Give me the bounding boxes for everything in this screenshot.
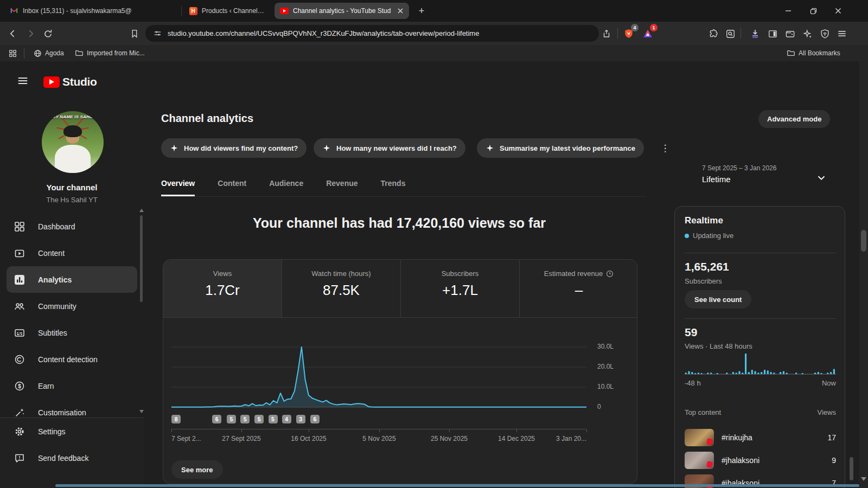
content-scrollbar-thumb[interactable] [850, 457, 853, 480]
sidebar-scroll-down-icon[interactable] [139, 410, 144, 413]
publish-count-badge[interactable]: 5 [269, 415, 278, 423]
sidebar-item-content-detection[interactable]: Content detection [0, 346, 144, 373]
browser-menu-icon[interactable] [834, 26, 850, 41]
window-minimize-button[interactable] [776, 0, 801, 22]
window-close-button[interactable] [826, 0, 851, 22]
video-thumbnail[interactable] [685, 452, 714, 469]
sidebar-item-analytics[interactable]: Analytics [7, 266, 137, 293]
share-icon[interactable] [599, 26, 614, 41]
url-text[interactable]: studio.youtube.com/channel/UCSvvqBPQVhNX… [168, 29, 479, 37]
sidebar-item-subtitles[interactable]: Subtitles [0, 319, 144, 346]
sidebar-item-earn[interactable]: $ Earn [0, 373, 144, 399]
publish-count-badge[interactable]: 4 [282, 415, 291, 423]
see-more-button[interactable]: See more [171, 460, 223, 479]
sidebar-scrollbar-thumb[interactable] [140, 215, 143, 302]
tab-revenue[interactable]: Revenue [326, 179, 358, 196]
sidebar-item-label: Content [38, 249, 65, 258]
sidebar-scroll-up-icon[interactable] [139, 209, 144, 212]
tab-audience[interactable]: Audience [269, 179, 303, 196]
sidebar-item-settings[interactable]: Settings [0, 418, 144, 445]
avatar-caption: MY NAME IS SAHIL [42, 114, 104, 119]
channel-avatar[interactable]: MY NAME IS SAHIL [42, 111, 104, 173]
top-content-row[interactable]: #jhalaksoni 9 [685, 450, 836, 471]
x-axis-tick-label: 25 Nov 2025 [431, 435, 468, 442]
realtime-bar-chart[interactable] [685, 351, 836, 376]
metric-watch-time[interactable]: Watch time (hours) 87.5K [282, 260, 401, 317]
bookmark-folder-imported[interactable]: Imported from Mic... [72, 47, 148, 60]
metric-views[interactable]: Views 1.7Cr [163, 260, 282, 317]
metric-estimated-revenue[interactable]: Estimated revenue – [520, 260, 637, 317]
publish-count-badge[interactable]: 5 [240, 415, 250, 423]
realtime-card: Realtime Updating live 1,65,261 Subscrib… [674, 206, 845, 488]
reload-icon[interactable] [40, 26, 55, 41]
tab-content[interactable]: Content [218, 179, 246, 196]
url-bar[interactable]: studio.youtube.com/channel/UCSvvqBPQVhNX… [145, 25, 599, 42]
x-axis-tick [241, 429, 242, 432]
extensions-icon[interactable] [705, 26, 720, 41]
views-line-chart[interactable] [171, 344, 586, 410]
ai-chip-summarise-performance[interactable]: Summarise my latest video performance [477, 138, 644, 158]
browser-scrollbar-thumb[interactable] [861, 230, 866, 252]
sidebar-item-dashboard[interactable]: Dashboard [0, 213, 144, 240]
see-live-count-button[interactable]: See live count [685, 290, 751, 309]
x-axis-tick-label: 16 Oct 2025 [291, 435, 326, 442]
sidebar-item-community[interactable]: Community [0, 293, 144, 319]
wallet-icon[interactable] [782, 26, 797, 41]
forward-icon[interactable] [23, 26, 38, 41]
earn-dollar-icon: $ [14, 381, 25, 391]
bookmark-page-icon[interactable] [127, 26, 142, 41]
apps-grid-icon[interactable] [5, 47, 20, 60]
new-tab-button[interactable]: + [413, 3, 430, 19]
window-restore-button[interactable] [801, 0, 826, 22]
browser-tab-gmail[interactable]: Inbox (15,311) - sujalvishwakarma5@ [4, 3, 179, 19]
vpn-icon[interactable] [817, 26, 832, 41]
all-bookmarks-button[interactable]: All Bookmarks [783, 47, 844, 60]
browser-scrollbar-track[interactable] [859, 61, 868, 488]
site-settings-icon[interactable] [153, 29, 162, 38]
y-axis-tick-label: 20.0L [597, 363, 614, 370]
horizontal-scrollbar[interactable] [55, 484, 859, 487]
metric-subscribers[interactable]: Subscribers +1.7L [401, 260, 520, 317]
back-icon[interactable] [5, 26, 21, 41]
leo-ai-icon[interactable] [800, 26, 815, 41]
publish-count-badge[interactable]: 5 [227, 415, 236, 423]
brave-shields-icon[interactable]: 4 [621, 26, 636, 41]
publish-count-badge[interactable]: 6 [212, 415, 221, 423]
chips-overflow-kebab-icon[interactable]: ⋮ [659, 139, 671, 157]
chevron-down-icon[interactable] [815, 172, 827, 184]
tab-close-icon[interactable] [397, 8, 404, 14]
sidebar-item-label: Send feedback [38, 454, 88, 463]
ai-chip-how-found[interactable]: How did viewers find my content? [161, 138, 307, 158]
ai-chip-new-viewers[interactable]: How many new viewers did I reach? [314, 138, 465, 158]
downloads-icon[interactable] [748, 26, 763, 41]
studio-logo[interactable]: Studio [43, 75, 97, 88]
sidebar-item-send-feedback[interactable]: Send feedback [0, 445, 144, 471]
realtime-title: Realtime [685, 215, 723, 226]
video-thumbnail[interactable] [685, 429, 714, 446]
tab-overview[interactable]: Overview [161, 179, 195, 196]
toolbar-separator [741, 28, 741, 38]
y-axis-tick-label: 0 [597, 403, 601, 410]
sidebar-item-content[interactable]: Content [0, 240, 144, 266]
sidebar-toggle-icon[interactable] [765, 26, 780, 41]
search-in-page-icon[interactable] [723, 26, 738, 41]
studio-menu-icon[interactable] [15, 73, 30, 88]
analytics-page: Channel analytics Advanced mode How did … [144, 100, 859, 488]
publish-count-badge[interactable]: 6 [310, 415, 320, 423]
scrollbar-down-arrow-icon[interactable] [861, 477, 866, 481]
brave-rewards-icon[interactable]: 1 [640, 26, 655, 41]
browser-tab-youtube-studio[interactable]: Channel analytics - YouTube Stud [275, 3, 409, 19]
channel-name: The Hs Sahil YT [0, 196, 144, 204]
date-range-selector[interactable]: 7 Sept 2025 – 3 Jan 2026 Lifetime [702, 164, 827, 184]
bookmark-agoda[interactable]: Agoda [30, 47, 67, 60]
publish-count-badge[interactable]: 8 [171, 415, 181, 423]
top-content-row[interactable]: #rinkujha 17 [685, 427, 836, 448]
sidebar-item-label: Subtitles [38, 329, 67, 337]
browser-tab-channelhike[interactable]: H Products ‹ ChannelHike — WordPres [183, 3, 271, 19]
publish-count-badge[interactable]: 5 [254, 415, 264, 423]
video-title[interactable]: #jhalaksoni [722, 456, 824, 465]
tab-trends[interactable]: Trends [381, 179, 406, 196]
advanced-mode-button[interactable]: Advanced mode [758, 110, 830, 128]
video-title[interactable]: #rinkujha [722, 433, 820, 442]
publish-count-badge[interactable]: 3 [296, 415, 305, 423]
